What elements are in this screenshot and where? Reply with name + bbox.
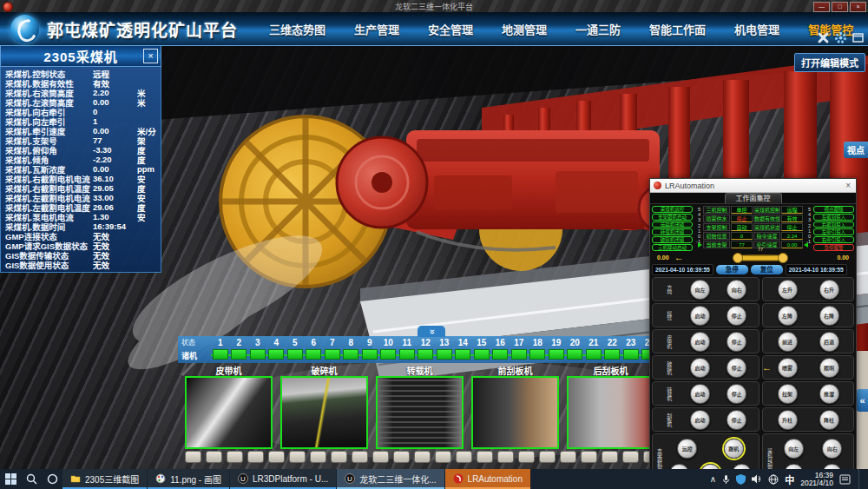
lr-left-button-1[interactable]: 支架跟机启动	[652, 214, 693, 221]
round-button[interactable]: 向左	[690, 280, 710, 300]
support-status-indicator[interactable]	[380, 349, 396, 360]
nav-item-3[interactable]: 地测管理	[502, 21, 547, 37]
support-icon[interactable]	[352, 451, 368, 463]
lr-left-button-4[interactable]: 破碎机闭锁	[652, 236, 693, 243]
support-status-indicator[interactable]	[623, 349, 639, 360]
round-button[interactable]: 远控	[677, 439, 697, 459]
support-icon[interactable]	[268, 451, 285, 463]
taskbar-item-1[interactable]: 11.png - 画图	[148, 469, 229, 489]
support-icon[interactable]	[602, 451, 618, 463]
support-icon[interactable]	[289, 451, 306, 463]
support-status-indicator[interactable]	[567, 349, 582, 360]
lr-left-button-5[interactable]: 三机联动启动	[652, 244, 693, 251]
support-icon[interactable]	[372, 451, 389, 463]
tray-expand-icon[interactable]: ∧	[710, 474, 716, 484]
estop-button[interactable]: 急停	[716, 265, 748, 274]
support-icon[interactable]	[247, 451, 264, 463]
support-icon[interactable]	[206, 451, 222, 463]
round-button[interactable]: 拉架	[778, 384, 798, 404]
support-status-indicator[interactable]	[511, 349, 527, 360]
show-desktop-button[interactable]	[858, 469, 863, 489]
panel-close-icon[interactable]: ×	[143, 49, 158, 63]
support-status-indicator[interactable]	[418, 349, 433, 360]
support-icon[interactable]	[310, 451, 326, 463]
security-shield-icon[interactable]	[736, 474, 746, 485]
taskbar-item-4[interactable]: LRAutomation	[445, 469, 530, 489]
round-button[interactable]: 启动	[690, 358, 710, 378]
round-button[interactable]: 停止	[727, 306, 746, 326]
round-button[interactable]: 停止	[727, 384, 746, 404]
round-button[interactable]: 升柱	[778, 410, 798, 430]
nav-item-6[interactable]: 机电管理	[734, 21, 779, 37]
round-button[interactable]: 照明	[819, 358, 839, 378]
support-icon[interactable]	[456, 451, 472, 463]
support-icon[interactable]	[581, 451, 597, 463]
round-button[interactable]: 停止	[727, 358, 746, 378]
support-icon[interactable]	[477, 451, 493, 463]
lr-right-button-4[interactable]: 右牵引投入	[813, 236, 854, 243]
camera-thumbnail[interactable]	[376, 376, 464, 449]
support-status-indicator[interactable]	[231, 349, 247, 360]
round-button[interactable]: 启动	[690, 332, 710, 352]
round-button[interactable]: 向右	[727, 280, 746, 300]
lr-right-button-5[interactable]: 急停报警	[813, 244, 854, 251]
support-icon[interactable]	[414, 451, 431, 463]
support-status-indicator[interactable]	[306, 349, 321, 360]
support-status-indicator[interactable]	[399, 349, 415, 360]
support-status-indicator[interactable]	[604, 349, 620, 360]
round-button[interactable]: 停止	[727, 410, 746, 430]
lr-left-button-3[interactable]: 转载机闭锁	[652, 228, 693, 235]
clock[interactable]: 16:39 2021/4/10	[800, 472, 833, 487]
volume-icon[interactable]	[752, 474, 762, 484]
lr-right-button-3[interactable]: 左牵引投入	[813, 228, 854, 235]
support-status-indicator[interactable]	[474, 349, 490, 360]
lr-tab-workface-control[interactable]: 工作面集控	[725, 193, 782, 203]
microphone-icon[interactable]	[722, 474, 730, 485]
round-button[interactable]: 左升	[778, 280, 798, 300]
camera-thumbnail[interactable]	[280, 376, 368, 449]
taskbar-item-2[interactable]: ULR3DPlatform - U...	[230, 469, 336, 489]
support-icon[interactable]	[539, 451, 556, 463]
round-button[interactable]: 启动	[690, 384, 710, 404]
support-status-indicator[interactable]	[268, 349, 284, 360]
lr-close-icon[interactable]: ×	[844, 181, 852, 190]
open-edit-mode-button[interactable]: 打开编辑模式	[794, 53, 865, 72]
support-status-indicator[interactable]	[287, 349, 303, 360]
round-button[interactable]: 向右	[822, 439, 842, 459]
round-button[interactable]: 右降	[819, 306, 839, 326]
start-button[interactable]	[0, 469, 21, 489]
support-status-indicator[interactable]	[641, 349, 649, 360]
minimize-button[interactable]: —	[813, 2, 830, 12]
support-status-indicator[interactable]	[492, 349, 508, 360]
search-icon[interactable]	[21, 469, 42, 489]
support-status-indicator[interactable]	[362, 349, 378, 360]
lr-left-button-0[interactable]: 采煤机远控	[652, 206, 693, 213]
camera-thumbnail[interactable]	[471, 376, 559, 449]
close-button[interactable]: ×	[850, 2, 866, 12]
support-status-indicator[interactable]	[250, 349, 266, 360]
nav-item-5[interactable]: 智能工作面	[649, 21, 706, 37]
support-icon[interactable]	[560, 451, 576, 463]
tools-icon[interactable]	[817, 31, 830, 44]
window-mode-icon[interactable]	[852, 31, 865, 44]
support-icon[interactable]	[227, 451, 243, 463]
support-status-indicator[interactable]	[343, 349, 358, 360]
support-icon[interactable]	[622, 451, 639, 463]
maximize-button[interactable]: □	[832, 2, 848, 12]
task-view-icon[interactable]	[42, 469, 62, 489]
camera-thumbnail[interactable]	[185, 376, 273, 449]
support-status-indicator[interactable]	[455, 349, 470, 360]
lr-titlebar[interactable]: LRAutomation ×	[650, 179, 856, 193]
nav-item-2[interactable]: 安全管理	[428, 21, 473, 37]
round-button[interactable]: 向左	[784, 439, 804, 459]
taskbar-item-3[interactable]: U龙软二三维一体化...	[337, 469, 444, 489]
support-icon[interactable]	[331, 451, 347, 463]
support-status-indicator[interactable]	[529, 349, 545, 360]
ime-indicator[interactable]: 中	[785, 472, 794, 486]
round-button[interactable]: 后退	[819, 332, 839, 352]
support-status-indicator[interactable]	[437, 349, 452, 360]
status-collapse-chevron-icon[interactable]: «	[418, 326, 445, 337]
support-icon[interactable]	[435, 451, 451, 463]
support-icon[interactable]	[185, 451, 201, 463]
taskbar-item-0[interactable]: 2305三维截图	[62, 469, 147, 489]
